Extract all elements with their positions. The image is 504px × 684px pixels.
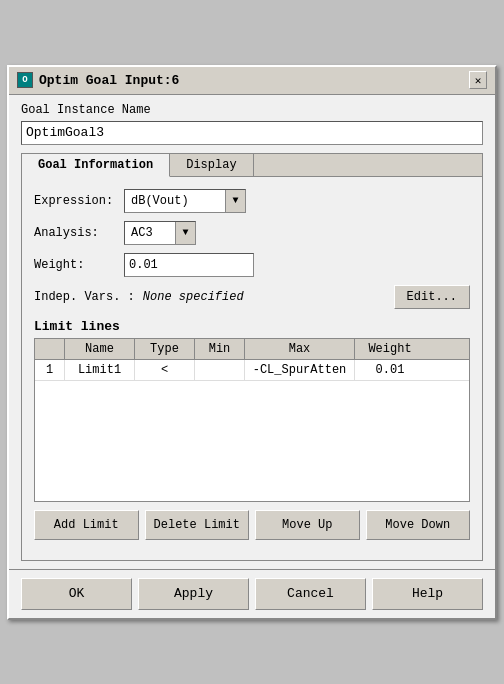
col-max: Max (245, 339, 355, 359)
expression-dropdown-arrow[interactable]: ▼ (225, 190, 245, 212)
expression-value: dB(Vout) (125, 192, 225, 210)
move-up-button[interactable]: Move Up (255, 510, 360, 540)
cell-index-1: 1 (35, 360, 65, 380)
limit-buttons-row: Add Limit Delete Limit Move Up Move Down (34, 510, 470, 540)
add-limit-button[interactable]: Add Limit (34, 510, 139, 540)
analysis-value: AC3 (125, 224, 175, 242)
tabs-container: Goal Information Display Expression: dB(… (21, 153, 483, 561)
goal-instance-label: Goal Instance Name (21, 103, 483, 117)
col-name: Name (65, 339, 135, 359)
cell-max-1: -CL_SpurAtten (245, 360, 355, 380)
expression-select[interactable]: dB(Vout) ▼ (124, 189, 246, 213)
table-empty-area (35, 381, 469, 501)
table-header: Name Type Min Max Weight (35, 339, 469, 360)
indep-vars-value: None specified (143, 290, 386, 304)
close-button[interactable]: ✕ (469, 71, 487, 89)
weight-row: Weight: (34, 253, 470, 277)
col-min: Min (195, 339, 245, 359)
cancel-button[interactable]: Cancel (255, 578, 366, 610)
cell-type-1: < (135, 360, 195, 380)
title-bar: O Optim Goal Input:6 ✕ (9, 67, 495, 95)
tabs-header: Goal Information Display (22, 154, 482, 177)
limit-lines-table: Name Type Min Max Weight 1 Limit1 < (34, 338, 470, 502)
indep-vars-row: Indep. Vars. : None specified Edit... (34, 285, 470, 309)
table-row[interactable]: 1 Limit1 < -CL_SpurAtten 0.01 (35, 360, 469, 381)
help-button[interactable]: Help (372, 578, 483, 610)
edit-button[interactable]: Edit... (394, 285, 470, 309)
window-body: Goal Instance Name Goal Information Disp… (9, 95, 495, 569)
indep-vars-label: Indep. Vars. : (34, 290, 135, 304)
tab-display[interactable]: Display (170, 154, 253, 176)
delete-limit-button[interactable]: Delete Limit (145, 510, 250, 540)
analysis-label: Analysis: (34, 226, 124, 240)
window-icon: O (17, 72, 33, 88)
tab-goal-information[interactable]: Goal Information (22, 154, 170, 177)
ok-button[interactable]: OK (21, 578, 132, 610)
cell-name-1: Limit1 (65, 360, 135, 380)
analysis-select[interactable]: AC3 ▼ (124, 221, 196, 245)
bottom-buttons-row: OK Apply Cancel Help (9, 569, 495, 618)
move-down-button[interactable]: Move Down (366, 510, 471, 540)
col-index (35, 339, 65, 359)
weight-label: Weight: (34, 258, 124, 272)
weight-input[interactable] (124, 253, 254, 277)
cell-min-1 (195, 360, 245, 380)
col-type: Type (135, 339, 195, 359)
title-bar-left: O Optim Goal Input:6 (17, 72, 179, 88)
expression-row: Expression: dB(Vout) ▼ (34, 189, 470, 213)
window-title: Optim Goal Input:6 (39, 73, 179, 88)
analysis-row: Analysis: AC3 ▼ (34, 221, 470, 245)
goal-instance-input[interactable] (21, 121, 483, 145)
limit-lines-title: Limit lines (34, 319, 470, 334)
expression-label: Expression: (34, 194, 124, 208)
tab-content: Expression: dB(Vout) ▼ Analysis: AC3 ▼ (22, 177, 482, 560)
col-weight: Weight (355, 339, 425, 359)
main-window: O Optim Goal Input:6 ✕ Goal Instance Nam… (7, 65, 497, 620)
limit-lines-section: Limit lines Name Type Min Max Weight (34, 319, 470, 502)
apply-button[interactable]: Apply (138, 578, 249, 610)
analysis-dropdown-arrow[interactable]: ▼ (175, 222, 195, 244)
cell-weight-1: 0.01 (355, 360, 425, 380)
